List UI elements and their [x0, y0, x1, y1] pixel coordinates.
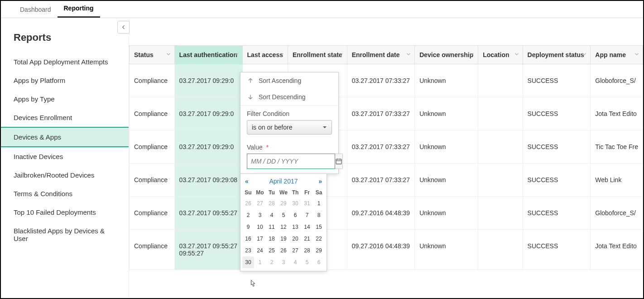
sidebar-item[interactable]: Jailbroken/Rooted Devices [1, 166, 129, 184]
column-header[interactable]: Last access [242, 46, 288, 64]
table-cell [478, 64, 523, 97]
calendar-day[interactable]: 29 [278, 198, 289, 209]
table-cell: Web Link [591, 164, 643, 197]
column-header[interactable]: Last authentication [174, 46, 242, 64]
table-cell [478, 130, 523, 164]
calendar-day[interactable]: 29 [313, 245, 325, 256]
mouse-cursor-icon [249, 279, 257, 290]
table-row[interactable]: Compliance03.27.2017 09:29:003.27.2017 0… [130, 64, 643, 97]
tab-reporting[interactable]: Reporting [58, 0, 100, 18]
calendar-next-button[interactable]: » [318, 178, 322, 185]
calendar-day[interactable]: 23 [242, 245, 254, 256]
calendar-day[interactable]: 15 [313, 221, 325, 233]
calendar-day[interactable]: 22 [313, 233, 325, 245]
calendar-picker-button[interactable] [335, 154, 343, 169]
calendar-day[interactable]: 3 [254, 209, 266, 221]
table-row[interactable]: Compliance03.27.2017 09:29:0803.27.2017 … [130, 164, 643, 197]
calendar-day[interactable]: 27 [254, 198, 266, 209]
calendar-day[interactable]: 4 [266, 209, 278, 221]
calendar-day[interactable]: 4 [289, 256, 301, 268]
calendar-day[interactable]: 19 [278, 233, 289, 245]
calendar-title[interactable]: April 2017 [269, 178, 298, 185]
calendar-day[interactable]: 17 [254, 233, 266, 245]
chevron-down-icon [514, 51, 520, 59]
calendar-day[interactable]: 16 [242, 233, 254, 245]
sidebar-item[interactable]: Devices & Apps [1, 127, 129, 147]
table-row[interactable]: Compliance03.27.2017 09:29:003.27.2017 0… [130, 130, 643, 164]
calendar-day[interactable]: 30 [289, 198, 301, 209]
column-header[interactable]: Location [478, 46, 523, 64]
calendar-day[interactable]: 12 [278, 221, 289, 233]
table-cell: Unknown [415, 164, 478, 197]
column-header[interactable]: App name [591, 46, 643, 64]
data-table: StatusLast authenticationLast accessEnro… [129, 45, 643, 270]
calendar-day[interactable]: 7 [301, 209, 313, 221]
calendar-day[interactable]: 11 [266, 221, 278, 233]
calendar-day[interactable]: 8 [313, 209, 325, 221]
table-cell [478, 197, 523, 230]
calendar-dow: Sa [313, 188, 325, 198]
column-header[interactable]: Enrollment date [347, 46, 414, 64]
table-row[interactable]: Compliance03.27.2017 09:29:003.27.2017 0… [130, 97, 643, 130]
table-cell: Unknown [415, 197, 478, 230]
table-cell: Compliance [130, 130, 175, 164]
calendar-day[interactable]: 28 [266, 198, 278, 209]
calendar-day[interactable]: 30 [242, 256, 254, 268]
sidebar-item[interactable]: Terms & Conditions [1, 184, 129, 203]
filter-condition-select[interactable]: is on or before [247, 120, 332, 135]
column-header[interactable]: Status [130, 46, 175, 64]
sidebar-item[interactable]: Blacklisted Apps by Devices & User [1, 222, 129, 248]
top-tabs: Dashboard Reporting [1, 1, 643, 18]
sidebar-item[interactable]: Total App Deployment Attempts [1, 53, 129, 71]
sidebar-collapse-button[interactable] [117, 21, 130, 34]
calendar-day[interactable]: 27 [289, 245, 301, 256]
table-cell: 03.27.2017 07:33:27 [347, 64, 414, 97]
calendar-day[interactable]: 26 [242, 198, 254, 209]
calendar-day[interactable]: 28 [301, 245, 313, 256]
tab-dashboard[interactable]: Dashboard [14, 1, 58, 18]
table-cell: 03.27.2017 07:33:27 [347, 164, 414, 197]
sidebar-item[interactable]: Apps by Type [1, 90, 129, 108]
calendar-day[interactable]: 5 [301, 256, 313, 268]
column-filter-dropdown: Sort Ascending Sort Descending Filter Co… [240, 72, 339, 174]
chevron-down-icon [279, 51, 285, 59]
calendar-prev-button[interactable]: « [245, 178, 249, 185]
calendar-day[interactable]: 21 [301, 233, 313, 245]
calendar-day[interactable]: 3 [278, 256, 289, 268]
sidebar-item[interactable]: Top 10 Failed Deployments [1, 203, 129, 222]
column-header[interactable]: Device ownership [415, 46, 478, 64]
table-cell: 03.27.2017 09:29:0 [174, 64, 242, 97]
table-cell [478, 230, 523, 270]
calendar-day[interactable]: 2 [266, 256, 278, 268]
calendar-day[interactable]: 1 [254, 256, 266, 268]
calendar-day[interactable]: 13 [289, 221, 301, 233]
date-input[interactable] [247, 154, 335, 169]
calendar-day[interactable]: 18 [266, 233, 278, 245]
table-cell: Unknown [415, 64, 478, 97]
filter-condition-value: is on or before [252, 124, 293, 131]
sort-ascending-option[interactable]: Sort Ascending [240, 72, 338, 89]
calendar-day[interactable]: 26 [278, 245, 289, 256]
calendar-day[interactable]: 2 [242, 209, 254, 221]
calendar-day[interactable]: 25 [266, 245, 278, 256]
table-row[interactable]: Compliance03.27.2017 09:55:2709:55:2709.… [130, 230, 643, 270]
calendar-day[interactable]: 1 [313, 198, 325, 209]
sort-descending-option[interactable]: Sort Descending [240, 89, 338, 105]
sidebar-item[interactable]: Devices Enrollment [1, 108, 129, 127]
sidebar-item[interactable]: Inactive Devices [1, 147, 129, 166]
calendar-day[interactable]: 5 [278, 209, 289, 221]
svg-rect-0 [336, 159, 341, 164]
sidebar-item[interactable]: Apps by Platform [1, 71, 129, 90]
column-header[interactable]: Deployment status [523, 46, 591, 64]
column-header[interactable]: Enrollment state [288, 46, 347, 64]
calendar-day[interactable]: 20 [289, 233, 301, 245]
calendar-day[interactable]: 31 [301, 198, 313, 209]
calendar-day[interactable]: 10 [254, 221, 266, 233]
calendar-day[interactable]: 6 [289, 209, 301, 221]
calendar-dow: Su [242, 188, 254, 198]
calendar-day[interactable]: 6 [313, 256, 325, 268]
table-row[interactable]: Compliance03.27.2017 09:55:2709.27.2016 … [130, 197, 643, 230]
calendar-day[interactable]: 14 [301, 221, 313, 233]
calendar-day[interactable]: 9 [242, 221, 254, 233]
calendar-day[interactable]: 24 [254, 245, 266, 256]
